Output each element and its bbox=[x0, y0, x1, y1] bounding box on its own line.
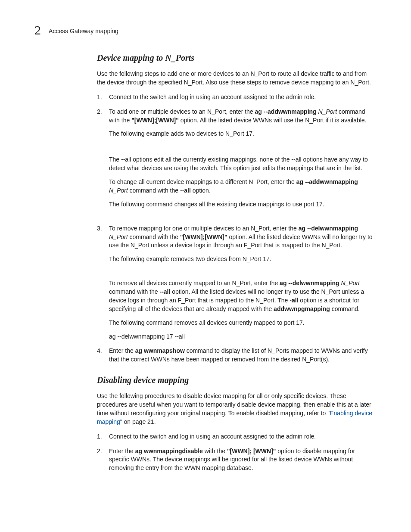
option: "[WWN];[WWN]" bbox=[180, 233, 227, 240]
step-paragraph: The following command removes all device… bbox=[109, 319, 377, 327]
command: ag bbox=[135, 448, 144, 454]
option: --all bbox=[160, 288, 171, 295]
steps-list-1: Connect to the switch and log in using a… bbox=[97, 93, 377, 364]
content: Device mapping to N_Ports Use the follow… bbox=[34, 53, 377, 473]
argument: N_Port bbox=[339, 280, 360, 286]
text: command with the bbox=[109, 288, 160, 295]
command: ag --delwwnmapping bbox=[280, 280, 339, 286]
argument: N_Port bbox=[109, 187, 128, 194]
command: ag bbox=[135, 347, 144, 354]
command: wwnmappingdisable bbox=[144, 448, 203, 454]
step-paragraph: To remove mapping for one or multiple de… bbox=[109, 224, 377, 250]
step-2: To add one or multiple devices to an N_P… bbox=[97, 108, 377, 209]
section-title-disabling: Disabling device mapping bbox=[97, 375, 377, 385]
text: command with the bbox=[128, 187, 180, 194]
intro-paragraph: Use the following steps to add one or mo… bbox=[97, 70, 377, 87]
steps-list-2: Connect to the switch and log in using a… bbox=[97, 432, 377, 473]
step-text: Connect to the switch and log in using a… bbox=[109, 93, 316, 100]
option: "[WWN]; [WWN]" bbox=[227, 448, 276, 454]
text: option. bbox=[191, 187, 211, 194]
text: with the bbox=[203, 448, 227, 454]
text: Enter the bbox=[109, 448, 135, 454]
step-2: Enter the ag wwnmappingdisable with the … bbox=[97, 447, 377, 473]
text: option. All the listed device WWNs will … bbox=[179, 117, 367, 124]
chapter-number: 2 bbox=[34, 24, 41, 37]
page-header: 2 Access Gateway mapping bbox=[34, 24, 377, 37]
command: ag --addwwnmapping bbox=[255, 108, 317, 115]
step-1: Connect to the switch and log in using a… bbox=[97, 432, 377, 441]
step-paragraph: The following example removes two device… bbox=[109, 255, 377, 264]
argument: N_Port bbox=[317, 108, 337, 115]
option: -all bbox=[290, 297, 298, 304]
step-paragraph: The --all options edit all the currently… bbox=[109, 156, 377, 173]
step-3: To remove mapping for one or multiple de… bbox=[97, 224, 377, 341]
step-4: Enter the ag wwnmapshow command to displ… bbox=[97, 347, 377, 364]
step-paragraph: To remove all devices currently mapped t… bbox=[109, 279, 377, 314]
text: To remove all devices currently mapped t… bbox=[109, 280, 280, 286]
step-text: Connect to the switch and log in using a… bbox=[109, 433, 316, 440]
text: To change all current device mappings to… bbox=[109, 178, 296, 185]
section-title-device-mapping: Device mapping to N_Ports bbox=[97, 53, 377, 63]
step-paragraph: The following command changes all the ex… bbox=[109, 200, 377, 209]
header-title: Access Gateway mapping bbox=[49, 28, 118, 34]
text: Enter the bbox=[109, 347, 135, 354]
code-line: ag --delwwnmapping 17 --all bbox=[109, 333, 377, 341]
option: --all bbox=[180, 187, 191, 194]
step-1: Connect to the switch and log in using a… bbox=[97, 93, 377, 102]
step-paragraph: To add one or multiple devices to an N_P… bbox=[109, 108, 377, 125]
command: ag --addwwnmapping bbox=[296, 178, 358, 185]
text: To add one or multiple devices to an N_P… bbox=[109, 108, 255, 115]
page: 2 Access Gateway mapping Device mapping … bbox=[0, 0, 411, 532]
command: wwnmapshow bbox=[144, 347, 185, 354]
text: on page 21. bbox=[122, 418, 156, 425]
argument: N_Port bbox=[109, 233, 128, 240]
command: ag --delwwnmapping bbox=[299, 225, 358, 232]
text: command with the bbox=[128, 233, 180, 240]
text: To remove mapping for one or multiple de… bbox=[109, 225, 299, 232]
step-paragraph: The following example adds two devices t… bbox=[109, 130, 377, 138]
intro-paragraph: Use the following procedures to disable … bbox=[97, 392, 377, 426]
command: addwwnpgmapping bbox=[274, 305, 330, 312]
text: command. bbox=[330, 305, 360, 312]
step-paragraph: To change all current device mappings to… bbox=[109, 178, 377, 195]
option: "[WWN];[WWN]" bbox=[131, 117, 179, 124]
